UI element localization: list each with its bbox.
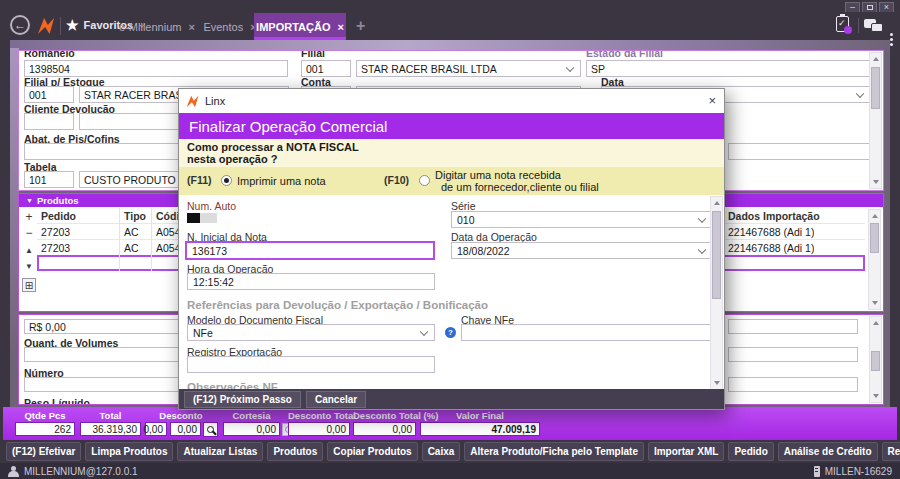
copiar-produtos-button[interactable]: Copiar Produtos <box>327 442 417 461</box>
option-type-label2: de um fornecedor,cliente ou filial <box>441 181 599 193</box>
grid-scrollbar[interactable] <box>868 209 881 310</box>
side-field[interactable] <box>728 319 858 334</box>
dialog-body: Num. Auto Série 010 N. Inicial da Nota 1… <box>179 195 724 391</box>
action-bar: (F12) Efetivar Limpa Produtos Atualizar … <box>3 440 897 463</box>
dialog-scrollbar[interactable] <box>710 196 723 390</box>
caixa-button[interactable]: Caixa <box>422 442 461 461</box>
tab-e-millennium[interactable]: e-Millennium × <box>118 13 196 40</box>
total-value: 36.319,30 <box>80 422 141 436</box>
filial-estoque-code-field[interactable]: 001 <box>24 86 74 103</box>
desconto-pct-field[interactable]: 0,00 <box>145 422 167 436</box>
option-type-label1[interactable]: Digitar uma nota recebida <box>435 169 561 181</box>
qtde-pcs-value: 262 <box>15 422 75 436</box>
cliente-devolucao-code-field[interactable] <box>24 113 74 130</box>
numero-field[interactable] <box>24 377 184 392</box>
cancelar-button[interactable]: Cancelar <box>306 391 366 408</box>
hora-operacao-field[interactable]: 12:15:42 <box>187 273 435 290</box>
valor-final-value: 47.009,19 <box>420 422 540 436</box>
filial-label: Filial <box>301 50 325 59</box>
row-up-icon[interactable]: ▲ <box>22 244 36 258</box>
num-auto-toggle[interactable] <box>187 213 217 223</box>
col-tipo[interactable]: Tipo <box>124 210 146 222</box>
tab-close-icon[interactable]: × <box>188 21 194 33</box>
back-icon[interactable]: ← <box>10 15 30 35</box>
user-connection: MILLENNIUM@127.0.0.1 <box>24 466 138 477</box>
importar-xml-button[interactable]: Importar XML <box>648 442 724 461</box>
detail-scrollbar[interactable] <box>869 316 882 403</box>
option-print-label[interactable]: Imprimir uma nota <box>237 175 326 187</box>
terminal-id: MILLEN-16629 <box>825 466 892 477</box>
option-type-radio[interactable] <box>419 175 430 186</box>
registro-exportacao-field[interactable] <box>187 356 435 373</box>
dialog-titlebar: Linx × <box>179 89 724 113</box>
collapse-icon: ▼ <box>26 197 33 204</box>
cortesia-field[interactable]: 0,00 <box>223 422 280 436</box>
romaneio-label: Romaneio <box>24 50 75 59</box>
col-pedido[interactable]: Pedido <box>41 210 76 222</box>
atualizar-listas-button[interactable]: Atualizar Listas <box>177 442 263 461</box>
altera-produto-button[interactable]: Altera Produto/Ficha pelo Template <box>464 442 644 461</box>
option-print-radio[interactable] <box>221 175 232 186</box>
filial-name-select[interactable]: STAR RACER BRASIL LTDA <box>356 60 581 77</box>
num-auto-label: Num. Auto <box>187 200 236 212</box>
tasks-icon[interactable]: ✓ <box>836 16 849 32</box>
estado-filial-field[interactable]: SP <box>586 60 871 77</box>
chat-icon[interactable] <box>864 19 883 33</box>
desconto-total-label: Desconto Total <box>288 410 350 421</box>
tab-eventos[interactable]: Eventos × <box>200 13 260 40</box>
n-inicial-field[interactable]: 136173 <box>185 241 435 260</box>
dialog-title: Finalizar Operação Comercial <box>179 113 724 139</box>
status-bar: MILLENNIUM@127.0.0.1 MILLEN-16629 <box>0 463 900 479</box>
filial-code-field[interactable]: 001 <box>301 60 351 77</box>
resultado-financeiro-button[interactable]: Resultado Financeiro <box>882 442 900 461</box>
dialog-options: (F11) Imprimir uma nota (F10) Digitar um… <box>179 167 724 195</box>
side-field[interactable] <box>728 347 858 362</box>
tab-close-icon[interactable]: × <box>337 21 343 33</box>
analise-credito-button[interactable]: Análise de Crédito <box>778 442 878 461</box>
proximo-passo-button[interactable]: (F12) Próximo Passo <box>184 391 301 408</box>
qtde-pcs-label: Qtde Pcs <box>15 410 75 421</box>
cell-tipo: AC <box>124 242 139 254</box>
dialog-close-icon[interactable]: × <box>708 93 716 108</box>
cell-pedido: 27203 <box>41 242 70 254</box>
kebab-menu-icon[interactable] <box>890 33 893 36</box>
referencias-header: Referências para Devolução / Exportação … <box>187 299 488 311</box>
products-title: Produtos <box>37 195 79 206</box>
row-down-icon[interactable]: ▼ <box>22 260 36 274</box>
total-label: Total <box>80 410 141 421</box>
add-tab-icon[interactable]: + <box>356 17 365 35</box>
form-scrollbar[interactable] <box>869 52 882 189</box>
efetivar-button[interactable]: (F12) Efetivar <box>6 442 81 461</box>
tab-importacao[interactable]: IMPORTAÇÃO × <box>254 13 346 40</box>
desconto-total-pct-value: 0,00 <box>353 422 416 436</box>
cell-tipo: AC <box>124 226 139 238</box>
help-icon[interactable]: ? <box>445 327 456 338</box>
valor-field[interactable]: R$ 0,00 <box>24 319 184 334</box>
col-dados-importacao[interactable]: Dados Importação <box>728 210 820 222</box>
cortesia-label: Cortesia <box>223 410 280 421</box>
quant-volumes-field[interactable] <box>24 347 184 362</box>
data-operacao-select[interactable]: 18/08/2022 <box>451 242 713 259</box>
tab-label: Eventos <box>203 21 243 33</box>
cell-dados: 221467688 (Adi 1) <box>728 242 814 254</box>
romaneio-field[interactable]: 1398504 <box>24 60 288 77</box>
desconto-field[interactable]: 0,00 <box>170 422 201 436</box>
side-field[interactable] <box>728 377 858 392</box>
grid-insert-icon[interactable]: ⊞ <box>22 278 36 292</box>
limpa-produtos-button[interactable]: Limpa Produtos <box>85 442 173 461</box>
chave-nfe-field[interactable] <box>461 324 713 341</box>
question-line1: Como processar a NOTA FISCAL <box>187 141 716 153</box>
tab-label: e-Millennium <box>119 21 181 33</box>
produtos-button[interactable]: Produtos <box>267 442 323 461</box>
tabela-code-field[interactable]: 101 <box>24 171 74 188</box>
peso-liquido-label: Peso Líquido <box>24 397 90 405</box>
dialog-footer: (F12) Próximo Passo Cancelar <box>179 389 724 409</box>
row-remove-icon[interactable]: − <box>22 227 36 241</box>
side-field[interactable] <box>728 143 871 160</box>
linx-logo-icon <box>37 17 55 35</box>
row-add-icon[interactable]: + <box>22 211 36 225</box>
modelo-doc-select[interactable]: NFe <box>187 324 435 341</box>
serie-select[interactable]: 010 <box>451 211 713 228</box>
desconto-search-button[interactable] <box>203 422 218 437</box>
pedido-button[interactable]: Pedido <box>728 442 773 461</box>
